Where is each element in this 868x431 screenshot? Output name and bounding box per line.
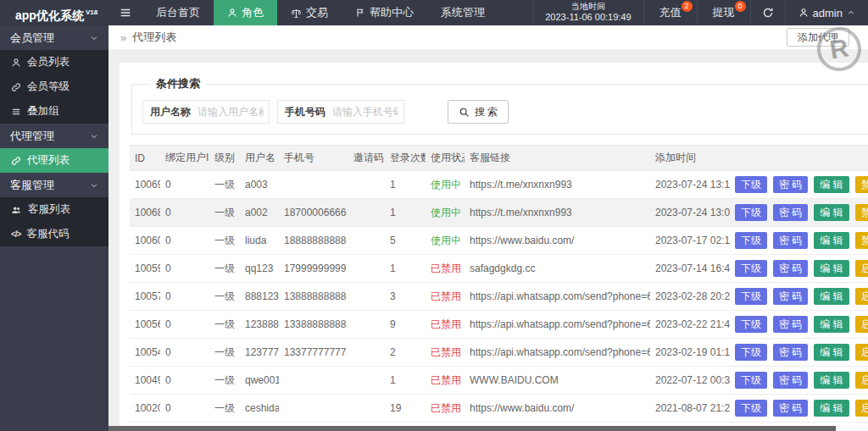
scrollbar-thumb[interactable] <box>108 426 836 431</box>
sidebar-item-member-list[interactable]: 会员列表 <box>0 50 108 75</box>
password-button[interactable]: 密 码 <box>773 288 808 305</box>
header-right: 当地时间 2023-11-06 00:19:49 充值 2 提现 0 admin <box>532 0 868 25</box>
column-header: 级别 <box>209 146 240 171</box>
sub-agent-button[interactable]: 下级 <box>735 204 767 221</box>
table-cell: 0 <box>160 171 209 199</box>
table-cell: 19 <box>385 395 426 423</box>
table-cell-link: https://api.whatsapp.com/send?phone=6421… <box>465 283 650 311</box>
edit-button[interactable]: 编 辑 <box>814 204 849 221</box>
chevron-down-icon <box>90 132 98 141</box>
refresh-button[interactable] <box>751 0 786 25</box>
status-badge: 已禁用 <box>431 402 461 414</box>
edit-button[interactable]: 编 辑 <box>814 400 849 417</box>
table-cell <box>348 227 385 255</box>
table-cell: 123777 <box>240 339 279 367</box>
table-cell: 10069 <box>130 171 160 199</box>
edit-button[interactable]: 编 辑 <box>814 232 849 249</box>
toggle-status-button[interactable]: 启 用 <box>855 344 868 361</box>
nav-system[interactable]: 系统管理 <box>427 0 498 25</box>
sidebar-item-stack-group[interactable]: 叠加组 <box>0 99 108 124</box>
toggle-status-button[interactable]: 禁 用 <box>855 176 868 193</box>
sidebar-group-service[interactable]: 客服管理 <box>0 173 108 197</box>
chevron-down-icon <box>90 34 98 42</box>
sub-agent-button[interactable]: 下级 <box>735 372 767 389</box>
edit-button[interactable]: 编 辑 <box>814 288 849 305</box>
sidebar-group-agent[interactable]: 代理管理 <box>0 124 108 148</box>
column-header: 绑定用户ID <box>160 146 209 171</box>
nav-role[interactable]: 角色 <box>214 0 277 25</box>
password-button[interactable]: 密 码 <box>773 372 808 389</box>
search-button[interactable]: 搜 索 <box>448 100 509 124</box>
table-cell-time: 2023-07-17 02:14:00 <box>650 227 730 255</box>
sub-agent-button[interactable]: 下级 <box>735 344 767 361</box>
username-input[interactable] <box>198 101 269 123</box>
password-button[interactable]: 密 码 <box>773 260 808 277</box>
sub-agent-button[interactable]: 下级 <box>735 288 767 305</box>
sidebar-toggle-button[interactable] <box>108 0 142 25</box>
table-cell <box>348 255 385 283</box>
password-button[interactable]: 密 码 <box>773 344 808 361</box>
sub-agent-button[interactable]: 下级 <box>735 232 767 249</box>
link-icon <box>11 82 21 92</box>
password-button[interactable]: 密 码 <box>773 400 808 417</box>
page-title: 代理列表 <box>132 30 176 45</box>
add-agent-button[interactable]: 添加代理 <box>787 28 849 47</box>
table-cell: a003 <box>240 171 279 199</box>
sidebar-item-member-level[interactable]: 会员等级 <box>0 75 108 99</box>
table-cell: 0 <box>160 311 209 339</box>
toggle-status-button[interactable]: 启 用 <box>855 316 868 333</box>
nav-home[interactable]: 后台首页 <box>142 0 214 25</box>
sub-agent-button[interactable]: 下级 <box>735 400 767 417</box>
status-badge: 使用中 <box>431 207 461 218</box>
edit-button[interactable]: 编 辑 <box>814 316 849 333</box>
edit-button[interactable]: 编 辑 <box>814 260 849 277</box>
table-cell-status: 已禁用 <box>426 311 465 339</box>
sidebar-group-member[interactable]: 会员管理 <box>0 25 108 50</box>
sidebar-item-agent-list[interactable]: 代理列表 <box>0 148 108 173</box>
table-cell-time: 2023-02-19 01:14:48 <box>650 339 730 367</box>
toggle-status-button[interactable]: 启 用 <box>855 288 868 305</box>
edit-button[interactable]: 编 辑 <box>814 372 849 389</box>
person-icon <box>798 8 809 18</box>
sidebar: 会员管理 会员列表 会员等级 叠加组 代理管理 代理列表 客服管理 <box>0 25 108 431</box>
edit-button[interactable]: 编 辑 <box>814 176 849 193</box>
table-cell-actions: 下级密 码编 辑启 用删 除 <box>730 311 868 339</box>
edit-button[interactable]: 编 辑 <box>814 344 849 361</box>
column-header: 添加时间 <box>650 146 730 171</box>
status-badge: 已禁用 <box>431 346 461 358</box>
local-time: 当地时间 2023-11-06 00:19:49 <box>532 0 643 25</box>
username-field-label: 用户名称 <box>143 105 198 119</box>
recharge-link[interactable]: 充值 2 <box>644 0 698 25</box>
table-row: 100200一级ceshidaili19已禁用https://www.baidu… <box>130 395 868 423</box>
password-button[interactable]: 密 码 <box>773 176 808 193</box>
link-icon <box>11 156 21 166</box>
sub-agent-button[interactable]: 下级 <box>735 316 767 333</box>
table-cell: 10059 <box>130 255 160 283</box>
table-cell-time: 2023-07-14 16:49:09 <box>650 255 730 283</box>
password-button[interactable]: 密 码 <box>773 204 808 221</box>
table-cell: 1 <box>385 199 426 227</box>
sub-agent-button[interactable]: 下级 <box>735 260 767 277</box>
phone-input[interactable] <box>332 101 403 123</box>
password-button[interactable]: 密 码 <box>773 232 808 249</box>
sub-agent-button[interactable]: 下级 <box>735 176 767 193</box>
agent-table-wrap: ID绑定用户ID级别用户名手机号邀请码登录次数使用状态客服链接添加时间 1006… <box>130 145 868 423</box>
password-button[interactable]: 密 码 <box>773 316 808 333</box>
toggle-status-button[interactable]: 禁 用 <box>855 204 868 221</box>
withdraw-link[interactable]: 提现 0 <box>698 0 751 25</box>
table-cell-status: 已禁用 <box>426 283 465 311</box>
nav-help[interactable]: 帮助中心 <box>342 0 427 25</box>
column-header: ID <box>130 146 160 171</box>
sidebar-item-service-list[interactable]: 客服列表 <box>0 197 108 222</box>
toggle-status-button[interactable]: 启 用 <box>855 260 868 277</box>
search-icon <box>459 107 470 118</box>
toggle-status-button[interactable]: 启 用 <box>855 372 868 389</box>
table-cell-status: 使用中 <box>426 171 465 199</box>
toggle-status-button[interactable]: 禁 用 <box>855 232 868 249</box>
user-menu[interactable]: admin <box>786 0 868 25</box>
table-cell-actions: 下级密 码编 辑禁 用删 除 <box>730 199 868 227</box>
recharge-badge: 2 <box>682 1 693 12</box>
toggle-status-button[interactable]: 启 用 <box>855 400 868 417</box>
nav-trade[interactable]: 交易 <box>277 0 342 25</box>
sidebar-item-service-code[interactable]: </> 客服代码 <box>0 222 108 246</box>
